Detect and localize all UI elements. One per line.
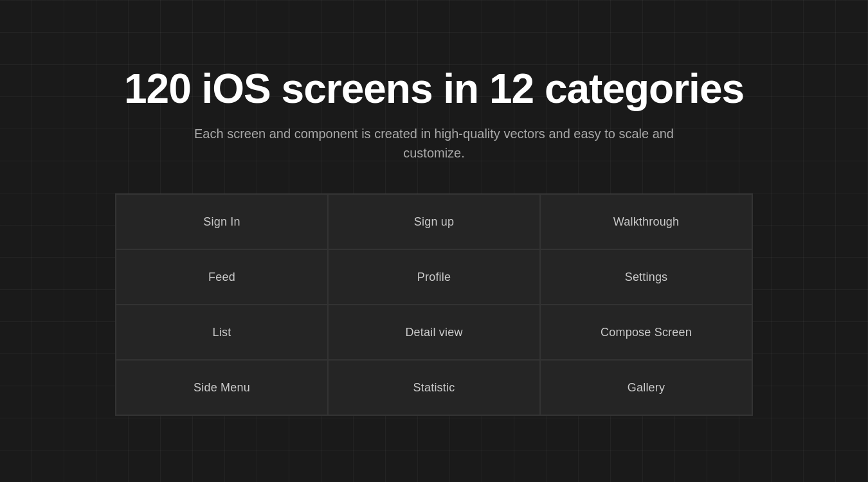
grid-item-label-walkthrough: Walkthrough: [613, 215, 680, 229]
grid-item-detail-view[interactable]: Detail view: [328, 305, 540, 360]
grid-item-label-sign-in: Sign In: [203, 215, 240, 229]
grid-item-feed[interactable]: Feed: [116, 249, 328, 305]
grid-item-label-settings: Settings: [625, 271, 668, 284]
grid-item-sign-up[interactable]: Sign up: [328, 194, 540, 249]
subtitle: Each screen and component is created in …: [190, 124, 678, 163]
grid-item-settings[interactable]: Settings: [540, 249, 752, 305]
grid-item-gallery[interactable]: Gallery: [540, 360, 752, 415]
grid-item-side-menu[interactable]: Side Menu: [116, 360, 328, 415]
grid-item-label-sign-up: Sign up: [414, 215, 454, 229]
grid-item-statistic[interactable]: Statistic: [328, 360, 540, 415]
grid-item-label-profile: Profile: [417, 271, 451, 284]
grid-item-profile[interactable]: Profile: [328, 249, 540, 305]
grid-item-sign-in[interactable]: Sign In: [116, 194, 328, 249]
grid-item-label-gallery: Gallery: [628, 381, 665, 395]
grid-item-compose-screen[interactable]: Compose Screen: [540, 305, 752, 360]
header-section: 120 iOS screens in 12 categories Each sc…: [124, 66, 744, 163]
grid-item-label-detail-view: Detail view: [405, 326, 462, 339]
grid-item-label-statistic: Statistic: [413, 381, 455, 395]
grid-item-label-list: List: [213, 326, 231, 339]
grid-item-label-compose-screen: Compose Screen: [601, 326, 692, 339]
grid-item-list[interactable]: List: [116, 305, 328, 360]
grid-item-label-feed: Feed: [208, 271, 235, 284]
grid-item-label-side-menu: Side Menu: [194, 381, 250, 395]
grid-container: Sign InSign upWalkthroughFeedProfileSett…: [115, 193, 753, 416]
grid-item-walkthrough[interactable]: Walkthrough: [540, 194, 752, 249]
main-title: 120 iOS screens in 12 categories: [124, 66, 744, 111]
